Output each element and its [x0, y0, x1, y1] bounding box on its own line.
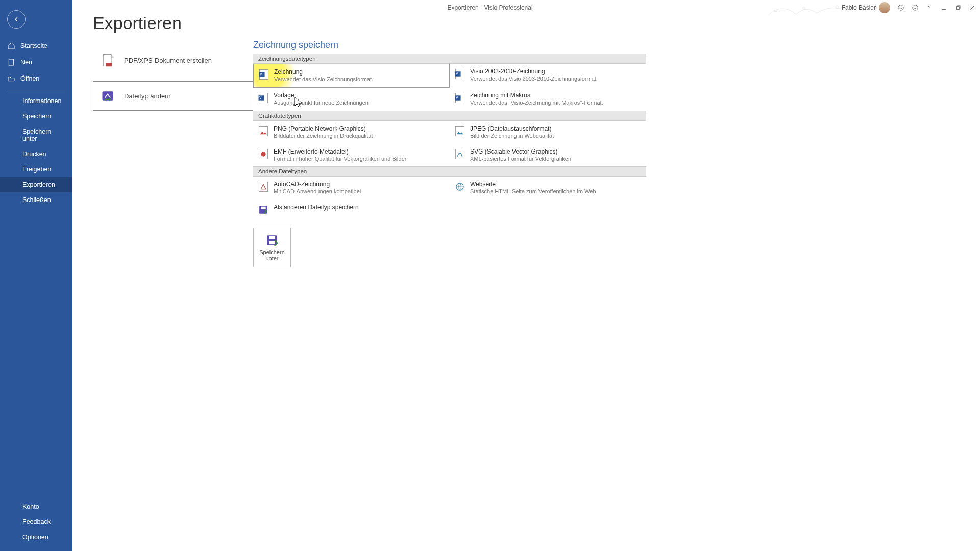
new-icon — [7, 58, 15, 66]
backstage-sidebar: Startseite Neu Öffnen Informationen Spei… — [0, 0, 72, 551]
export-option-pdf[interactable]: PDF/XPS-Dokument erstellen — [93, 45, 253, 75]
section-grafikdateitypen: Grafikdateitypen — [253, 111, 646, 121]
sidebar-item-schliessen[interactable]: Schließen — [0, 192, 72, 208]
open-icon — [7, 74, 15, 83]
filetype-autocad[interactable]: AutoCAD-ZeichnungMit CAD-Anwendungen kom… — [253, 177, 450, 199]
section-andere-dateitypen: Andere Dateitypen — [253, 166, 646, 177]
sidebar-item-label: Öffnen — [20, 75, 39, 82]
sidebar-item-label: Speichern — [22, 113, 51, 120]
filetype-desc: XML-basiertes Format für Vektorgrafiken — [470, 155, 571, 163]
filetype-title: EMF (Erweiterte Metadatei) — [274, 148, 406, 155]
filetype-title: Zeichnung — [274, 68, 373, 76]
svg-rect-6 — [9, 59, 13, 65]
filetype-title: SVG (Scalable Vector Graphics) — [470, 148, 571, 155]
svg-rect-23 — [455, 126, 464, 136]
filetype-desc: Verwendet das Visio 2003-2010-Zeichnungs… — [470, 75, 598, 83]
filetype-title: Visio 2003-2010-Zeichnung — [470, 68, 598, 75]
sidebar-item-speichern[interactable]: Speichern — [0, 109, 72, 124]
sidebar-item-speichern-unter[interactable]: Speichern unter — [0, 124, 72, 146]
panel-title: Zeichnung speichern — [253, 40, 646, 51]
filetype-desc: Verwendet das "Visio-Zeichnung mit Makro… — [470, 99, 603, 107]
filetype-title: Webseite — [470, 181, 596, 188]
svg-rect-26 — [455, 149, 464, 159]
sidebar-item-startseite[interactable]: Startseite — [0, 38, 72, 54]
filetype-title: AutoCAD-Zeichnung — [274, 181, 361, 188]
sidebar-item-label: Neu — [20, 59, 32, 66]
sidebar-item-exportieren[interactable]: Exportieren — [0, 177, 72, 192]
pdf-icon — [101, 53, 115, 67]
filetype-title: Vorlage — [274, 92, 369, 99]
filetype-desc: Ausgangspunkt für neue Zeichnungen — [274, 99, 369, 107]
sidebar-item-label: Startseite — [20, 42, 47, 49]
filetype-webseite[interactable]: WebseiteStatische HTML-Seite zum Veröffe… — [450, 177, 646, 199]
sidebar-item-label: Feedback — [22, 518, 51, 525]
filetype-desc: Bilddatei der Zeichnung in Druckqualität — [274, 132, 373, 140]
web-icon — [455, 181, 465, 192]
main-area: Exportieren PDF/XPS-Dokument erstellen D… — [72, 0, 980, 551]
svg-point-25 — [261, 152, 265, 156]
sidebar-item-drucken[interactable]: Drucken — [0, 146, 72, 162]
filetype-desc: Mit CAD-Anwendungen kompatibel — [274, 188, 361, 195]
filetype-title: Als anderen Dateityp speichern — [274, 204, 359, 211]
filetype-jpeg[interactable]: JPEG (Dateiaustauschformat)Bild der Zeic… — [450, 121, 646, 144]
sidebar-item-feedback[interactable]: Feedback — [0, 514, 72, 530]
filetype-anderer[interactable]: Als anderen Dateityp speichern — [253, 199, 450, 219]
svg-rect-8 — [106, 63, 112, 66]
filetype-zeichnung[interactable]: V ZeichnungVerwendet das Visio-Zeichnung… — [253, 64, 450, 88]
visio-template-icon: V — [258, 92, 268, 104]
section-zeichnungsdateitypen: Zeichnungsdateitypen — [253, 54, 646, 64]
filetype-emf[interactable]: EMF (Erweiterte Metadatei)Format in hohe… — [253, 144, 450, 167]
sidebar-item-label: Speichern unter — [22, 128, 65, 142]
filetype-desc: Format in hoher Qualität für Vektorgrafi… — [274, 155, 406, 163]
filetype-title: JPEG (Dateiaustauschformat) — [470, 125, 554, 132]
export-option-label: PDF/XPS-Dokument erstellen — [124, 57, 212, 64]
filetype-makros[interactable]: V Zeichnung mit MakrosVerwendet das "Vis… — [450, 88, 646, 111]
emf-icon — [258, 148, 268, 160]
filetype-desc: Bild der Zeichnung in Webqualität — [470, 132, 554, 140]
save-as-large-icon — [265, 234, 279, 247]
filetype-svg[interactable]: SVG (Scalable Vector Graphics)XML-basier… — [450, 144, 646, 167]
png-icon — [258, 126, 268, 137]
svg-rect-22 — [259, 126, 267, 136]
page-title: Exportieren — [93, 13, 960, 33]
sidebar-divider — [7, 90, 65, 90]
jpeg-icon — [455, 126, 465, 137]
home-icon — [7, 42, 15, 50]
sidebar-item-oeffnen[interactable]: Öffnen — [0, 70, 72, 87]
filetype-vorlage[interactable]: V VorlageAusgangspunkt für neue Zeichnun… — [253, 88, 450, 111]
svg-rect-27 — [259, 182, 267, 192]
filetype-png[interactable]: PNG (Portable Network Graphics)Bilddatei… — [253, 121, 450, 144]
sidebar-item-label: Exportieren — [22, 181, 55, 188]
export-option-label: Dateityp ändern — [124, 92, 171, 100]
sidebar-item-freigeben[interactable]: Freigeben — [0, 162, 72, 177]
filetype-panel: Zeichnung speichern Zeichnungsdateitypen… — [253, 40, 646, 267]
filetype-title: Zeichnung mit Makros — [470, 92, 603, 99]
save-as-button[interactable]: Speichern unter — [253, 228, 291, 267]
sidebar-item-label: Optionen — [22, 534, 48, 541]
back-button[interactable] — [7, 10, 26, 29]
sidebar-item-label: Informationen — [22, 97, 61, 105]
sidebar-item-informationen[interactable]: Informationen — [0, 93, 72, 109]
sidebar-item-label: Schließen — [22, 196, 51, 204]
filetype-desc: Verwendet das Visio-Zeichnungsformat. — [274, 76, 373, 83]
sidebar-item-label: Drucken — [22, 151, 46, 158]
sidebar-item-konto[interactable]: Konto — [0, 499, 72, 514]
svg-rect-32 — [269, 236, 275, 239]
svg-icon — [455, 148, 465, 160]
svg-rect-33 — [269, 241, 275, 245]
visio-file-icon: V — [259, 69, 269, 80]
visio-file-icon: V — [455, 68, 465, 80]
sidebar-item-label: Konto — [22, 503, 39, 510]
save-as-label: Speichern unter — [254, 249, 290, 261]
sidebar-item-neu[interactable]: Neu — [0, 54, 72, 70]
svg-rect-30 — [261, 207, 265, 209]
change-type-icon — [101, 89, 115, 103]
filetype-visio-2003-2010[interactable]: V Visio 2003-2010-ZeichnungVerwendet das… — [450, 64, 646, 88]
autocad-icon — [258, 181, 268, 192]
filetype-desc: Statische HTML-Seite zum Veröffentlichen… — [470, 188, 596, 195]
sidebar-item-label: Freigeben — [22, 166, 51, 173]
export-option-change-type[interactable]: Dateityp ändern — [93, 81, 253, 111]
visio-macro-icon: V — [455, 92, 465, 104]
filetype-title: PNG (Portable Network Graphics) — [274, 125, 373, 132]
sidebar-item-optionen[interactable]: Optionen — [0, 530, 72, 545]
